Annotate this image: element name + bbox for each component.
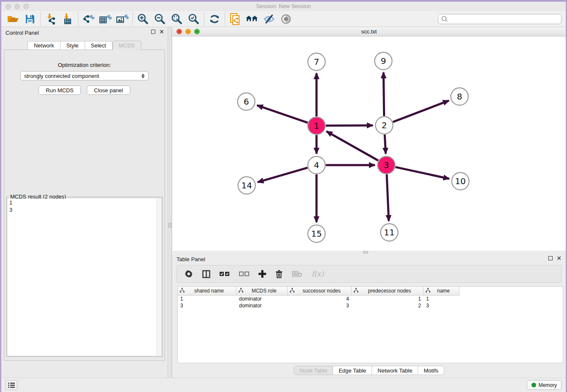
deselect-all-button[interactable] [239, 271, 249, 276]
show-panel-button[interactable] [278, 12, 295, 26]
mcds-tab-content: Optimization criterion: strongly connect… [4, 50, 165, 361]
window-titlebar[interactable]: Session: New Session [1, 2, 566, 11]
graph-edge-2-3[interactable] [385, 135, 385, 154]
graph-edge-1-2[interactable] [326, 125, 373, 126]
column-header-predecessor-nodes[interactable]: predecessor nodes [352, 287, 424, 295]
table-body: 1dominator4113dominator323 [178, 295, 563, 309]
table-cell[interactable]: 4 [288, 296, 352, 302]
checked-boxes-icon [220, 271, 230, 276]
network-window-titlebar[interactable]: ✕ − + scc.txt [172, 27, 566, 36]
table-cell[interactable]: 3 [424, 303, 460, 309]
toolbar-separator [40, 12, 41, 26]
vertical-split-divider[interactable] [168, 27, 172, 378]
graph-node-label: 2 [382, 120, 387, 130]
tab-select[interactable]: Select [85, 41, 113, 50]
search-input[interactable] [449, 15, 561, 23]
tab-motifs[interactable]: Motifs [418, 366, 444, 375]
tab-style[interactable]: Style [61, 41, 85, 50]
graph-edge-4-14[interactable] [258, 168, 308, 182]
table-cell[interactable]: 1 [424, 296, 460, 302]
column-header-name[interactable]: name [424, 287, 460, 295]
zoom-in-icon [137, 13, 149, 25]
save-session-button[interactable] [22, 12, 39, 26]
graph-edge-2-8[interactable] [393, 101, 449, 122]
float-panel-icon[interactable] [151, 30, 155, 34]
mcds-result-text[interactable]: 13 [8, 199, 156, 356]
graph-node-label: 14 [241, 180, 252, 190]
table-row[interactable]: 1dominator411 [178, 295, 563, 302]
tab-network[interactable]: Network [28, 41, 61, 50]
table-cell[interactable]: 3 [178, 303, 237, 309]
function-builder-button[interactable]: f(x) [311, 270, 324, 278]
memory-button[interactable]: Memory [527, 380, 561, 390]
import-table-button[interactable] [59, 12, 76, 26]
network-canvas[interactable]: 7968124314101511 [172, 36, 566, 251]
zoom-in-button[interactable] [135, 12, 151, 26]
column-header-label: name [430, 288, 459, 294]
graph-edge-3-10[interactable] [395, 167, 449, 179]
mcds-result-line: 3 [9, 206, 154, 213]
close-panel-button[interactable]: Close panel [87, 86, 130, 95]
graph-edge-3-1[interactable] [327, 131, 378, 160]
table-cell[interactable]: 1 [178, 296, 237, 302]
columns-icon [202, 270, 210, 278]
table-settings-button[interactable] [184, 270, 193, 278]
divider-grip[interactable] [168, 223, 171, 228]
select-all-button[interactable] [220, 271, 230, 276]
export-image-button[interactable] [114, 12, 131, 26]
divider-grip[interactable] [363, 251, 368, 254]
delete-column-button[interactable] [275, 270, 283, 278]
import-network-button[interactable] [42, 12, 59, 26]
zoom-fit-button[interactable] [168, 12, 185, 26]
run-mcds-button[interactable]: Run MCDS [39, 86, 81, 95]
delete-table-button-disabled[interactable] [292, 271, 302, 277]
tab-node-table[interactable]: Node Table [294, 366, 333, 375]
close-panel-icon[interactable]: ✕ [556, 256, 561, 260]
memory-status-icon [531, 383, 536, 387]
tab-network-table[interactable]: Network Table [372, 366, 418, 375]
task-history-button[interactable] [6, 380, 17, 390]
tab-mcds[interactable]: MCDS [113, 41, 141, 50]
column-header-shared-name[interactable]: shared name [178, 287, 237, 295]
column-header-successor-nodes[interactable]: successor nodes [288, 287, 352, 295]
column-header-MCDS-role[interactable]: MCDS role [237, 287, 288, 295]
toolbar-separator [78, 12, 78, 26]
zoom-fit-icon [171, 13, 183, 25]
column-type-icon [290, 288, 295, 293]
criterion-select[interactable]: strongly connected component [20, 71, 149, 80]
gear-icon [184, 270, 193, 278]
table-cell[interactable]: 1 [352, 296, 424, 302]
table-cell[interactable]: 3 [288, 303, 352, 309]
import-network-icon [45, 13, 57, 25]
zoom-out-button[interactable] [151, 12, 168, 26]
table-cell[interactable]: 2 [352, 303, 424, 309]
graph-edge-3-11[interactable] [387, 174, 389, 221]
hide-panel-button[interactable] [261, 12, 278, 26]
create-column-button[interactable] [259, 270, 266, 278]
graph-edge-2-9[interactable] [383, 72, 384, 116]
close-panel-icon[interactable]: ✕ [159, 30, 164, 34]
trash-icon [275, 270, 283, 278]
refresh-icon [209, 13, 220, 25]
export-network-button[interactable] [80, 12, 97, 26]
control-panel: Control Panel ✕ Network Style Select MCD… [1, 27, 168, 378]
column-type-icon [180, 288, 184, 293]
refresh-layout-button[interactable] [206, 12, 223, 26]
show-columns-button[interactable] [202, 270, 210, 278]
tab-edge-table[interactable]: Edge Table [333, 366, 372, 375]
table-cell[interactable]: dominator [237, 296, 288, 302]
table-row[interactable]: 3dominator323 [178, 302, 563, 309]
horizontal-split-divider[interactable] [172, 251, 566, 254]
first-neighbors-button[interactable] [244, 12, 261, 26]
result-scrollbar[interactable] [156, 199, 161, 356]
optimization-criterion-label: Optimization criterion: [4, 62, 165, 68]
export-table-button[interactable] [97, 12, 114, 26]
main-toolbar [1, 11, 566, 27]
search-icon [441, 15, 449, 23]
float-panel-icon[interactable] [548, 256, 553, 260]
graph-edge-1-6[interactable] [257, 105, 308, 123]
table-cell[interactable]: dominator [237, 303, 288, 309]
clone-network-button[interactable] [227, 12, 244, 26]
zoom-selected-button[interactable] [185, 12, 202, 26]
open-session-button[interactable] [5, 12, 22, 26]
